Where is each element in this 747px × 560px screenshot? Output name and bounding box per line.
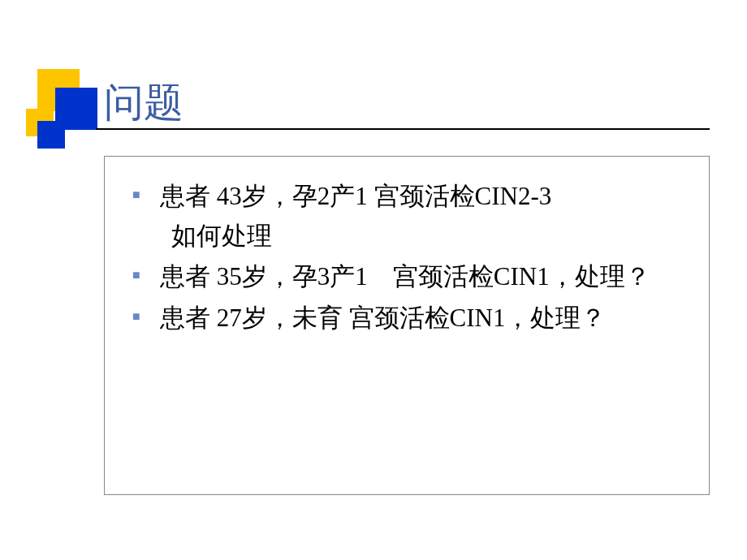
list-item: 患者 27岁，未育 宫颈活检CIN1，处理？ <box>132 299 691 338</box>
slide-container: 问题 患者 43岁，孕2产1 宫颈活检CIN2-3 如何处理 患者 35岁，孕3… <box>0 0 747 560</box>
content-box: 患者 43岁，孕2产1 宫颈活检CIN2-3 如何处理 患者 35岁，孕3产1 … <box>104 156 710 495</box>
content-list: 患者 43岁，孕2产1 宫颈活检CIN2-3 如何处理 患者 35岁，孕3产1 … <box>105 157 709 356</box>
title-underline <box>96 128 710 130</box>
item-text: 患者 27岁，未育 宫颈活检CIN1，处理？ <box>160 304 606 332</box>
list-item: 患者 43岁，孕2产1 宫颈活检CIN2-3 如何处理 <box>132 178 691 255</box>
item-text: 患者 35岁，孕3产1 宫颈活检CIN1，处理？ <box>160 262 650 291</box>
slide-title: 问题 <box>104 76 184 130</box>
item-subtext: 如何处理 <box>160 218 691 256</box>
list-item: 患者 35岁，孕3产1 宫颈活检CIN1，处理？ <box>132 258 691 296</box>
item-text: 患者 43岁，孕2产1 宫颈活检CIN2-3 <box>160 182 551 210</box>
decoration-square-blue-small <box>37 121 65 149</box>
